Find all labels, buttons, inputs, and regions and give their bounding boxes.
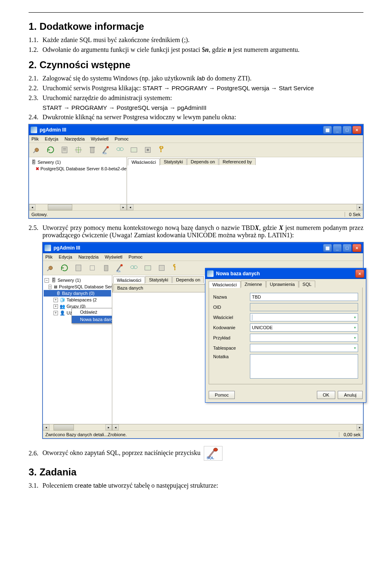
connect-icon[interactable] [45,262,57,274]
expand-icon[interactable]: + [53,311,58,315]
tab-statistics[interactable]: Statystyki [160,158,187,165]
dlg-tab-properties[interactable]: Właściwości [209,281,241,288]
scrollbar-horizontal[interactable]: ◂ ▸ [112,424,363,430]
tree-pane[interactable]: − 🗄 Serwery (1) − 🖥 PostgreSQL Database … [43,275,112,430]
close-button[interactable]: × [352,244,361,252]
chevron-down-icon: ▾ [354,346,356,350]
refresh-icon[interactable] [45,144,57,156]
close-button[interactable]: × [352,126,361,134]
ctx-new-database[interactable]: Nowa baza danych [72,316,112,323]
tree-databases[interactable]: 🛢 Bazy danych (0) [44,290,111,297]
tab-depends-on[interactable]: Depends on [187,158,218,165]
scroll-left-button[interactable]: ◂ [43,424,49,430]
textarea-note[interactable] [250,354,358,379]
cancel-button[interactable]: Anuluj [338,391,363,399]
delete-icon[interactable] [100,262,112,274]
tree-pane[interactable]: 🗄 Serwery (1) ✖ PostgreSQL Database Serv… [29,157,127,210]
titlebar[interactable]: pgAdmin III ▦ _ □ × [29,125,363,135]
menu-pomoc[interactable]: Pomoc [115,136,129,141]
tab-depends-on[interactable]: Depends on [172,276,204,283]
new-icon[interactable] [72,144,85,156]
scroll-left-button[interactable]: ◂ [127,204,134,210]
minimize-button[interactable]: _ [333,244,342,252]
menu-plik[interactable]: Plik [45,254,53,259]
tree-servers-root[interactable]: 🗄 Serwery (1) [30,159,126,165]
properties-icon[interactable] [58,144,71,156]
titlebar[interactable]: pgAdmin III ▦ _ □ × [43,243,363,253]
view-icon[interactable] [128,144,140,156]
scroll-thumb[interactable] [48,204,72,210]
config-icon[interactable] [142,144,154,156]
menu-wyswietl[interactable]: Wyświetl [105,254,122,259]
expand-icon[interactable]: + [53,304,58,309]
scrollbar-horizontal[interactable]: ◂ ▸ [127,204,363,210]
ok-button[interactable]: OK [317,391,336,399]
scroll-right-button[interactable]: ▸ [120,204,127,210]
tree-servers-root[interactable]: − 🗄 Serwery (1) [44,277,111,283]
dlg-tab-variables[interactable]: Zmienne [241,281,266,288]
help-button[interactable]: Pomoc [209,391,235,399]
tree-server-node[interactable]: ✖ PostgreSQL Database Server 8.0-beta2-d… [30,165,126,172]
sql-icon[interactable]: SQL [100,144,112,156]
row-oid: OID [213,303,358,311]
scroll-thumb[interactable] [53,424,74,430]
dialog-titlebar[interactable]: Nowa baza danych × [205,268,366,279]
tab-properties[interactable]: Właściwości [128,158,160,165]
scrollbar-horizontal[interactable]: ◂ ▸ [43,424,112,430]
tab-referenced-by[interactable]: Referenced by [219,158,256,165]
tree-tablespaces[interactable]: + 🧊 Tablespaces (2 [44,297,111,303]
svg-point-17 [120,264,123,267]
scroll-left-button[interactable]: ◂ [29,204,36,210]
scroll-right-button[interactable]: ▸ [356,424,363,430]
grid-button[interactable]: ▦ [323,126,332,134]
close-button[interactable]: × [355,270,364,278]
scrollbar-horizontal[interactable]: ◂ ▸ [29,204,127,210]
new-icon[interactable] [86,262,98,274]
maximize-button[interactable]: □ [343,244,352,252]
select-template[interactable]: ▾ [250,334,358,342]
ctx-refresh[interactable]: Odśwież [72,308,112,316]
menu-narzedzia[interactable]: Narzędzia [78,254,99,259]
menu-pomoc[interactable]: Pomoc [129,254,143,259]
menu-path-2-3: START → PROGRAMY → PostgreSQL versja → p… [42,104,363,111]
help-icon[interactable] [169,262,182,274]
dlg-tab-permissions[interactable]: Uprawnienia [266,281,298,288]
sql-toolbar-icon[interactable]: SQL [204,446,223,461]
scroll-right-button[interactable]: ▸ [105,424,112,430]
dlg-tab-sql[interactable]: SQL [299,281,315,288]
minimize-button[interactable]: _ [333,126,342,134]
scroll-right-button[interactable]: ▸ [356,204,363,210]
tree-label: Bazy danych (0) [62,291,94,296]
menu-wyswietl[interactable]: Wyświetl [91,136,108,141]
view-icon[interactable] [142,262,154,274]
menu-edycja[interactable]: Edycja [45,136,58,141]
delete-icon[interactable] [86,144,98,156]
label-note: Notatka [213,354,250,359]
context-menu[interactable]: Odśwież Nowa baza danych [71,308,112,323]
scroll-left-button[interactable]: ◂ [112,424,119,430]
expand-icon[interactable]: + [53,298,58,302]
select-owner[interactable]: ▾ [250,313,358,321]
sql-icon[interactable]: SQL [114,262,126,274]
config-icon[interactable] [156,262,168,274]
connect-icon[interactable] [31,144,43,156]
select-encoding[interactable]: UNICODE▾ [250,323,358,332]
maximize-button[interactable]: □ [343,126,352,134]
tab-properties[interactable]: Właściwości [113,277,145,283]
input-name[interactable]: TBD [250,293,358,301]
filter-icon[interactable] [114,144,126,156]
collapse-icon[interactable]: − [49,285,51,289]
grid-button[interactable]: ▦ [323,244,332,252]
menu-plik[interactable]: Plik [31,136,39,141]
tree-server[interactable]: − 🖥 PostgreSQL Database Server 8.0 [44,283,111,290]
menu-narzedzia[interactable]: Narzędzia [65,136,85,141]
help-icon[interactable] [156,144,168,156]
dialog-new-database[interactable]: Nowa baza danych × Właściwości Zmienne U… [205,268,366,403]
refresh-icon[interactable] [58,262,71,274]
filter-icon[interactable] [128,262,140,274]
properties-icon[interactable] [72,262,85,274]
menu-edycja[interactable]: Edycja [59,254,72,259]
collapse-icon[interactable]: − [45,278,49,283]
tab-statistics[interactable]: Statystyki [145,276,172,283]
select-tablespace[interactable]: ▾ [250,344,358,352]
